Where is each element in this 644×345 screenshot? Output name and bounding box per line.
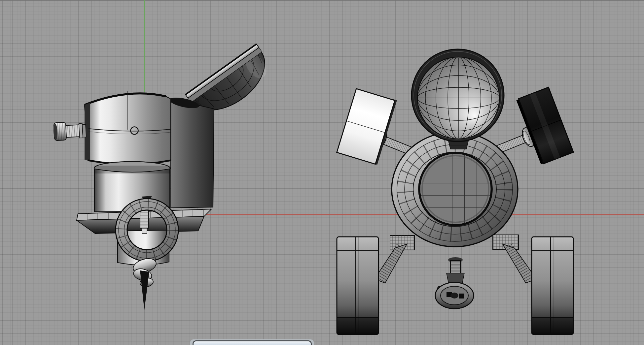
wheel-right[interactable] [532, 237, 573, 334]
model-side-view[interactable] [53, 44, 278, 310]
caster-wheel[interactable] [435, 257, 474, 309]
drop-spike[interactable] [131, 256, 158, 310]
black-side-panel[interactable] [516, 87, 574, 165]
bell-sphere[interactable] [411, 49, 504, 141]
bottom-panel-button[interactable] [193, 340, 312, 345]
wheel-left[interactable] [337, 237, 378, 334]
white-side-panel[interactable] [337, 88, 397, 165]
leg-right[interactable] [493, 235, 536, 283]
body-drum[interactable] [85, 91, 214, 212]
mesh-face-disk[interactable] [420, 153, 491, 225]
model-front-view[interactable] [337, 49, 574, 334]
cad-viewport[interactable] [0, 0, 644, 345]
scene-canvas [0, 0, 644, 345]
leg-left[interactable] [375, 235, 414, 283]
side-knob[interactable] [53, 121, 87, 141]
